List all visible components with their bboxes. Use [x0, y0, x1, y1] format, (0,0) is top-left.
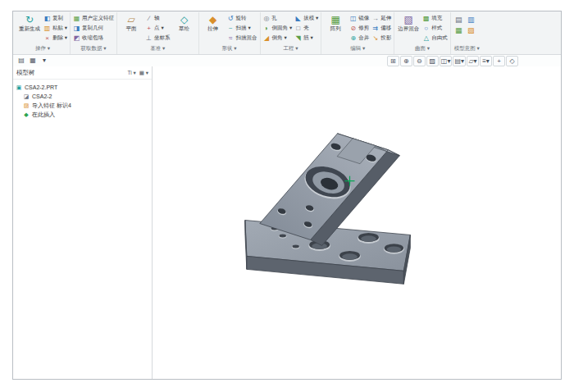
ribbon-group-label-get-data[interactable]: 获取数据 ▾: [73, 44, 114, 54]
regenerate-button[interactable]: ↻ 重新生成: [18, 12, 41, 33]
udf-button[interactable]: ▦用户定义特征: [73, 14, 114, 23]
datum-plane-button[interactable]: ▱ 平面: [120, 12, 143, 33]
graphics-toolbar: ⊞ ⊕ ⊖ ▨ ◫▾ ▤▾ ▱▾ ≡▾ + ◇: [387, 56, 518, 66]
revolve-button[interactable]: ↺旋转: [227, 14, 257, 23]
publish-geometry-icon[interactable]: ▤: [453, 16, 464, 25]
hole-button[interactable]: ◎孔: [263, 14, 293, 23]
regenerate-icon: ↻: [25, 14, 34, 25]
round-button[interactable]: ◗倒圆角 ▾: [263, 24, 293, 33]
datum-axis-button[interactable]: ∕轴: [145, 14, 171, 23]
delete-button[interactable]: ×删除 ▾: [43, 34, 67, 43]
fill-icon: ▩: [422, 15, 430, 23]
project-button[interactable]: ↘投影: [371, 34, 391, 43]
refit-button[interactable]: ⊞: [387, 56, 399, 66]
shell-button[interactable]: □壳: [294, 24, 318, 33]
revolve-icon: ↺: [227, 15, 235, 23]
ribbon-group-label-datum[interactable]: 基准 ▾: [120, 44, 196, 54]
zoom-in-button[interactable]: ⊕: [400, 56, 412, 66]
datum-point-icon: +: [145, 25, 153, 33]
mirror-button[interactable]: ◫镜像: [349, 14, 369, 23]
sketch-icon: ◇: [180, 14, 188, 25]
mirror-icon: ◫: [349, 15, 357, 23]
tree-filter-button[interactable]: Ti ▾: [128, 70, 136, 76]
coordinate-system-button[interactable]: ⊥坐标系: [145, 34, 171, 43]
tree-settings-button[interactable]: ▦ ▾: [139, 70, 148, 76]
pattern-icon: ▦: [331, 14, 340, 25]
round-icon: ◗: [263, 25, 271, 33]
switch-symbols-icon[interactable]: ▧: [466, 26, 476, 35]
ribbon-group-editing: ▦ 阵列 ◫镜像 ⊘修剪 ⊕合并 →延伸 ⇉偏移 ↘投影 编辑 ▾: [321, 12, 394, 54]
tree-item-insert-here[interactable]: ◆ 在此插入: [16, 110, 149, 119]
display-style-button[interactable]: ◫▾: [440, 56, 453, 66]
family-table-icon[interactable]: ▥: [466, 16, 476, 25]
swept-blend-icon: ≈: [227, 34, 235, 43]
style-icon: ○: [422, 25, 430, 33]
ribbon-group-label-editing[interactable]: 编辑 ▾: [324, 44, 391, 54]
body-icon: ◪: [23, 93, 30, 100]
perspective-button[interactable]: ◇: [506, 56, 518, 66]
freestyle-button[interactable]: △自由式: [422, 34, 448, 43]
swept-blend-button[interactable]: ≈扫描混合: [227, 34, 257, 43]
regenerate-label: 重新生成: [19, 25, 40, 33]
model-tree-panel: 模型树 Ti ▾ ▦ ▾ ▣ CSA2-2.PRT ◪ CSA2-2 ▨ 导入特…: [13, 66, 153, 379]
folder-browser-button[interactable]: ▦: [28, 56, 38, 66]
boundary-blend-button[interactable]: ▧ 边界混合: [397, 12, 420, 33]
rib-button[interactable]: ◥筋 ▾: [294, 34, 318, 43]
delete-icon: ×: [43, 34, 51, 43]
udf-icon: ▦: [73, 15, 80, 23]
merge-icon: ⊕: [349, 34, 357, 43]
copy-button[interactable]: ◧复制: [43, 14, 67, 23]
boundary-blend-icon: ▧: [404, 14, 413, 25]
repaint-button[interactable]: ▨: [426, 56, 439, 66]
extrude-icon: ◆: [209, 14, 216, 25]
tree-item-root[interactable]: ▣ CSA2-2.PRT: [16, 83, 149, 92]
datum-axis-icon: ∕: [145, 15, 153, 23]
sweep-button[interactable]: ~扫描 ▾: [227, 24, 257, 33]
draft-icon: ◣: [294, 15, 302, 23]
extend-button[interactable]: →延伸: [371, 14, 391, 23]
tree-item-body[interactable]: ◪ CSA2-2: [16, 92, 149, 101]
sweep-icon: ~: [227, 25, 235, 33]
parameters-icon[interactable]: ▦: [453, 26, 464, 35]
offset-button[interactable]: ⇉偏移: [371, 24, 391, 33]
spin-center-button[interactable]: +: [493, 56, 505, 66]
tree-item-import-feature[interactable]: ▨ 导入特征 标识4: [16, 101, 149, 110]
app-window: ↻ 重新生成 ◧复制 ▥粘贴 ▾ ×删除 ▾ 操作 ▾ ▦用户定义特征 ◨复制几…: [12, 11, 562, 380]
import-feature-icon: ▨: [23, 103, 30, 109]
chamfer-button[interactable]: ◢倒角 ▾: [263, 34, 293, 43]
navigator-menu-button[interactable]: ▾: [39, 56, 49, 66]
rib-icon: ◥: [294, 34, 302, 43]
3d-model-bracket[interactable]: [153, 66, 561, 379]
ribbon-group-label-model-intent[interactable]: 模型意图 ▾: [453, 44, 481, 54]
datum-display-button[interactable]: ▱▾: [467, 56, 479, 66]
zoom-out-button[interactable]: ⊖: [413, 56, 426, 66]
datum-point-button[interactable]: +点 ▾: [145, 24, 171, 33]
paste-icon: ▥: [43, 25, 51, 33]
ribbon-group-label-engineering[interactable]: 工程 ▾: [263, 44, 319, 54]
copy-geometry-button[interactable]: ◨复制几何: [73, 24, 114, 33]
part-icon: ▣: [16, 84, 22, 91]
shrinkwrap-icon: ◩: [73, 34, 80, 43]
merge-button[interactable]: ⊕合并: [349, 34, 369, 43]
navigator-toggle-button[interactable]: ▤: [16, 56, 26, 66]
pattern-button[interactable]: ▦ 阵列: [324, 12, 347, 33]
coordinate-system-icon: ⊥: [145, 34, 153, 43]
trim-button[interactable]: ⊘修剪: [349, 24, 369, 33]
chamfer-icon: ◢: [263, 34, 271, 43]
sketch-button[interactable]: ◇ 草绘: [173, 12, 196, 33]
extrude-button[interactable]: ◆ 拉伸: [202, 12, 225, 33]
saved-orientations-button[interactable]: ▤▾: [453, 56, 466, 66]
subbar: ▤ ▦ ▾ ⊞ ⊕ ⊖ ▨ ◫▾ ▤▾ ▱▾ ≡▾ + ◇: [13, 55, 561, 66]
shrinkwrap-button[interactable]: ◩收缩包络: [73, 34, 114, 43]
ribbon-group-engineering: ◎孔 ◗倒圆角 ▾ ◢倒角 ▾ ◣拔模 ▾ □壳 ◥筋 ▾ 工程 ▾: [261, 12, 322, 54]
annotation-display-button[interactable]: ≡▾: [480, 56, 492, 66]
ribbon-group-label-operations[interactable]: 操作 ▾: [18, 44, 67, 54]
paste-button[interactable]: ▥粘贴 ▾: [43, 24, 67, 33]
fill-button[interactable]: ▩填充: [422, 14, 448, 23]
ribbon-group-label-shapes[interactable]: 形状 ▾: [202, 44, 257, 54]
ribbon-group-label-surfaces[interactable]: 曲面 ▾: [397, 44, 448, 54]
draft-button[interactable]: ◣拔模 ▾: [294, 14, 318, 23]
style-button[interactable]: ○样式: [422, 24, 448, 33]
graphics-area[interactable]: [153, 66, 561, 379]
ribbon-group-operations: ↻ 重新生成 ◧复制 ▥粘贴 ▾ ×删除 ▾ 操作 ▾: [16, 12, 71, 54]
